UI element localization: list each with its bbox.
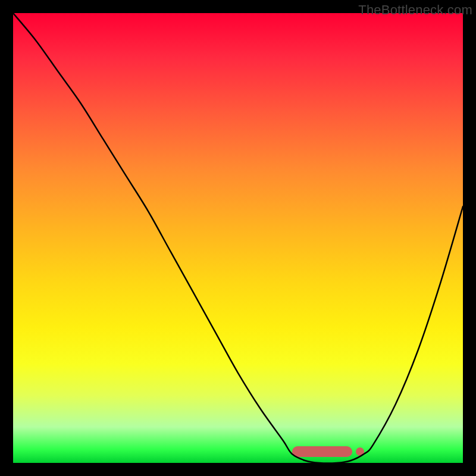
watermark-text: TheBottleneck.com	[358, 2, 472, 18]
plot-area	[13, 13, 463, 463]
chart-container: TheBottleneck.com	[0, 0, 476, 476]
bottleneck-curve	[13, 13, 463, 463]
